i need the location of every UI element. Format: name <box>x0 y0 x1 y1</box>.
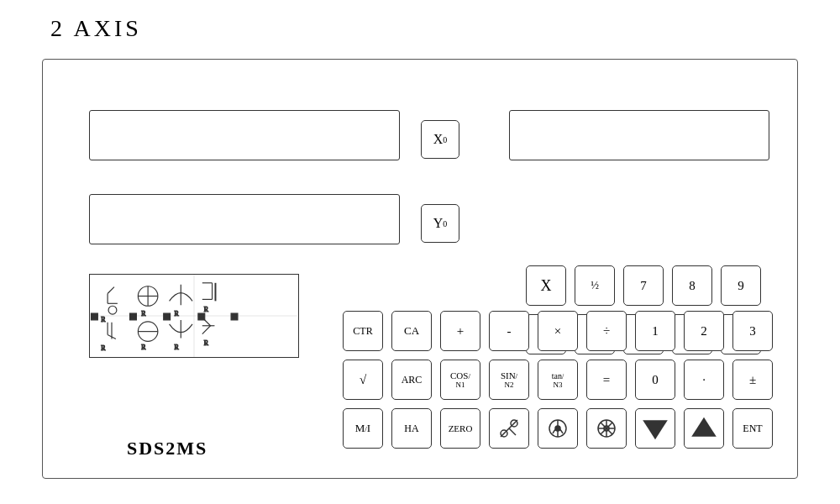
key-8[interactable]: 8 <box>672 265 712 306</box>
key-cos[interactable]: COS/ N1 <box>440 360 480 400</box>
key-half[interactable]: ½ <box>575 265 615 306</box>
key-down[interactable] <box>635 408 675 449</box>
key-sqrt[interactable]: √ <box>343 360 383 400</box>
machine-diagram: R R R <box>89 274 299 358</box>
key-multiply[interactable]: × <box>538 311 578 351</box>
svg-marker-47 <box>643 420 668 439</box>
key-icon1[interactable] <box>489 408 529 449</box>
key-equals[interactable]: = <box>586 360 627 400</box>
panel-outer: X0 Y0 R <box>42 59 798 479</box>
key-ctr[interactable]: CTR <box>343 311 383 351</box>
key-divide[interactable]: ÷ <box>586 311 627 351</box>
svg-rect-32 <box>198 313 205 320</box>
key-icon3[interactable] <box>586 408 627 449</box>
key-ca[interactable]: CA <box>391 311 432 351</box>
svg-text:R: R <box>101 344 106 352</box>
svg-line-37 <box>509 428 516 435</box>
display-x <box>89 110 400 160</box>
svg-text:R: R <box>204 306 209 313</box>
key-arc[interactable]: ARC <box>391 360 432 400</box>
key-dot[interactable]: · <box>684 360 724 400</box>
svg-marker-48 <box>691 417 717 437</box>
svg-text:R: R <box>101 316 106 323</box>
page-title: 2 AXIS <box>0 0 840 42</box>
svg-text:R: R <box>174 344 179 351</box>
svg-text:R: R <box>141 344 146 351</box>
key-9[interactable]: 9 <box>721 265 761 306</box>
key-minus[interactable]: - <box>489 311 529 351</box>
key-tan[interactable]: tan/ N3 <box>538 360 578 400</box>
svg-text:R: R <box>141 310 146 318</box>
x0-button[interactable]: X0 <box>421 120 459 159</box>
svg-line-2 <box>108 287 114 294</box>
brand-label: SDS2MS <box>127 438 207 459</box>
svg-text:R: R <box>174 310 179 318</box>
svg-point-40 <box>555 426 560 431</box>
key-1[interactable]: 1 <box>635 311 675 351</box>
key-7[interactable]: 7 <box>623 265 664 306</box>
y0-button[interactable]: Y0 <box>421 204 459 243</box>
key-0[interactable]: 0 <box>635 360 675 400</box>
display-y <box>89 194 400 244</box>
key-zero[interactable]: ZERO <box>440 408 480 449</box>
key-sin[interactable]: SIN/ N2 <box>489 360 529 400</box>
display-right <box>509 110 769 160</box>
key-X[interactable]: X <box>526 265 566 306</box>
svg-text:R: R <box>204 339 209 347</box>
key-ent[interactable]: ENT <box>732 408 773 449</box>
svg-rect-29 <box>92 313 98 320</box>
svg-rect-33 <box>231 313 238 320</box>
svg-point-5 <box>108 306 117 314</box>
key-2[interactable]: 2 <box>684 311 724 351</box>
key-up[interactable] <box>684 408 724 449</box>
key-plusminus[interactable]: ± <box>732 360 773 400</box>
svg-rect-31 <box>164 313 171 320</box>
key-ha[interactable]: HA <box>391 408 432 449</box>
key-plus[interactable]: + <box>440 311 480 351</box>
key-icon2[interactable] <box>538 408 578 449</box>
svg-rect-30 <box>130 313 137 320</box>
key-3[interactable]: 3 <box>732 311 773 351</box>
key-mi[interactable]: M/I <box>343 408 383 449</box>
